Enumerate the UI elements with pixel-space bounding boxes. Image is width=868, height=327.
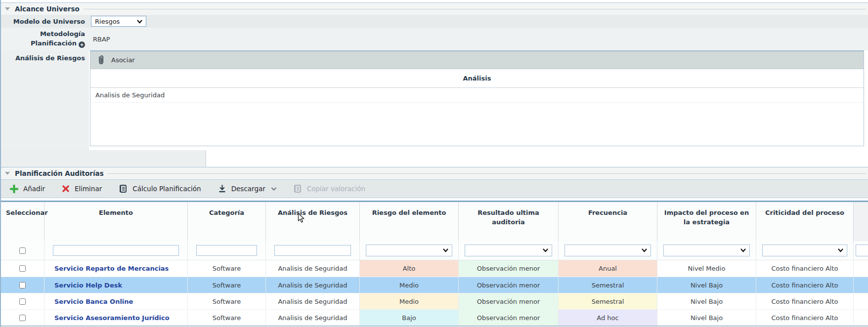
row-riesgo-cell: Bajo xyxy=(360,310,459,326)
row-frecuencia-cell: Ad hoc xyxy=(559,310,657,326)
planning-header-row: Seleccionar Elemento Categoría Análisis … xyxy=(1,201,868,241)
header-seleccionar: Seleccionar xyxy=(1,202,44,241)
add-button-label: Añadir xyxy=(23,185,45,193)
chevron-down-icon xyxy=(137,18,142,25)
planning-filter-row xyxy=(1,241,868,260)
download-button[interactable]: Descargar xyxy=(218,184,276,193)
filter-input-analisis[interactable] xyxy=(274,245,351,256)
header-categoria: Categoría xyxy=(188,202,266,241)
metodologia-value: RBAP xyxy=(93,36,110,43)
calc-planning-button[interactable]: Cálculo Planificación xyxy=(119,184,201,193)
form-row-metodologia: Metodología Planificación+ RBAP xyxy=(1,28,868,50)
copy-valuation-button[interactable]: Copiar valoración xyxy=(293,184,365,193)
row-checkbox[interactable] xyxy=(19,265,26,272)
row-elemento-cell: Servicio Help Desk xyxy=(44,277,188,293)
filter-select-criticidad[interactable] xyxy=(762,245,847,256)
table-row: Servicio Reparto de Mercancias Software … xyxy=(1,260,868,277)
row-elemento-cell: Servicio Reparto de Mercancias xyxy=(44,260,188,277)
row-select-cell xyxy=(1,293,44,309)
delete-button-label: Eliminar xyxy=(75,185,102,193)
row-impacto-cell: Nivel Bajo xyxy=(657,293,756,309)
row-frecuencia-cell: Anual xyxy=(559,260,657,277)
filter-input-categoria[interactable] xyxy=(196,245,257,256)
row-impacto-cell: Nivel Bajo xyxy=(657,310,756,326)
filter-cell-impacto xyxy=(657,241,756,260)
row-riesgo-cell: Medio xyxy=(360,277,459,293)
metodologia-label-line1: Metodología xyxy=(40,30,85,38)
plus-icon xyxy=(10,185,18,193)
x-icon xyxy=(62,185,70,193)
row-checkbox[interactable] xyxy=(19,298,26,305)
row-select-cell xyxy=(1,277,44,293)
paperclip-icon xyxy=(97,55,105,65)
analysis-rows: Analisis de Seguridad xyxy=(90,88,864,103)
section1-footer xyxy=(1,150,868,167)
header-elemento: Elemento xyxy=(44,202,188,241)
row-resultado-cell: Observación menor xyxy=(459,310,559,326)
download-icon xyxy=(218,184,226,193)
row-criticidad-cell: Costo financiero Alto xyxy=(756,260,854,277)
select-all-checkbox[interactable] xyxy=(19,247,26,254)
row-criticidad-cell: Costo financiero Alto xyxy=(756,293,854,309)
asociar-button[interactable]: Asociar xyxy=(111,56,135,64)
notebook-icon-disabled xyxy=(293,184,302,193)
section-header-alcance-universo: Alcance Universo xyxy=(1,2,868,15)
filter-cell-riesgo xyxy=(360,241,459,260)
filter-select-frecuencia[interactable] xyxy=(564,245,651,256)
header-riesgo-elemento: Riesgo del elemento xyxy=(360,202,459,241)
metodologia-label: Metodología Planificación+ xyxy=(1,30,89,48)
asociar-toolbar: Asociar xyxy=(90,51,864,69)
row-checkbox[interactable] xyxy=(19,315,26,321)
header-impacto-estrategia: Impacto del proceso en la estrategia xyxy=(657,202,756,241)
notebook-icon xyxy=(119,184,128,193)
collapse-triangle-icon[interactable] xyxy=(5,7,10,10)
dropdown-chevron-icon[interactable] xyxy=(271,187,276,191)
row-frecuencia-cell: Semestral xyxy=(559,293,657,309)
filter-select-impacto[interactable] xyxy=(663,245,750,256)
filter-select-resultado[interactable] xyxy=(465,245,552,256)
section-rule xyxy=(108,173,866,174)
filter-cell-partial xyxy=(854,241,868,260)
row-frecuencia-cell: Semestral xyxy=(559,277,657,293)
row-categoria-cell: Software xyxy=(188,310,266,326)
row-analisis-cell: Analisis de Seguridad xyxy=(266,260,360,277)
filter-cell-resultado xyxy=(459,241,559,260)
row-link[interactable]: Servicio Banca Online xyxy=(54,298,133,305)
modelo-selected-value: Riesgos xyxy=(95,18,120,25)
filter-cell-select-all xyxy=(1,241,44,260)
add-button[interactable]: Añadir xyxy=(10,185,45,193)
section-title: Alcance Universo xyxy=(15,5,80,13)
filter-select-riesgo[interactable] xyxy=(366,245,452,256)
collapse-triangle-icon[interactable] xyxy=(5,172,10,175)
row-resultado-cell: Observación menor xyxy=(459,277,559,293)
row-categoria-cell: Software xyxy=(188,277,266,293)
row-link[interactable]: Servicio Help Desk xyxy=(54,282,122,289)
header-analisis-riesgos: Análisis de Riesgos xyxy=(266,202,360,241)
row-select-cell xyxy=(1,310,44,326)
info-plus-icon[interactable]: + xyxy=(79,41,85,48)
download-button-label: Descargar xyxy=(231,185,265,193)
row-checkbox[interactable] xyxy=(19,282,26,288)
row-partial-cell xyxy=(854,260,868,277)
modelo-universo-select[interactable]: Riesgos xyxy=(91,16,146,27)
row-analisis-cell: Analisis de Seguridad xyxy=(266,277,360,293)
analysis-row[interactable]: Analisis de Seguridad xyxy=(90,88,864,103)
filter-input-elemento[interactable] xyxy=(53,245,179,256)
filter-select-partial[interactable] xyxy=(856,245,868,256)
calc-planning-label: Cálculo Planificación xyxy=(132,185,201,193)
filter-cell-elemento xyxy=(44,241,188,260)
row-elemento-cell: Servicio Asesoramiento Jurídico xyxy=(44,310,188,326)
row-analisis-cell: Analisis de Seguridad xyxy=(266,293,360,309)
row-partial-cell xyxy=(854,310,868,326)
header-partial-column xyxy=(854,202,868,241)
row-partial-cell xyxy=(854,293,868,309)
row-link[interactable]: Servicio Reparto de Mercancias xyxy=(54,265,169,272)
planning-toolbar: Añadir Eliminar Cálculo Planificación De… xyxy=(1,179,868,198)
row-link[interactable]: Servicio Asesoramiento Jurídico xyxy=(54,314,170,322)
analysis-panel: Asociar Análisis Analisis de Seguridad xyxy=(90,50,864,146)
table-row: Servicio Help Desk Software Analisis de … xyxy=(1,277,868,293)
filter-cell-categoria xyxy=(188,241,266,260)
section-rule xyxy=(84,9,866,9)
delete-button[interactable]: Eliminar xyxy=(62,185,102,193)
footer-gray-cell xyxy=(1,150,206,167)
